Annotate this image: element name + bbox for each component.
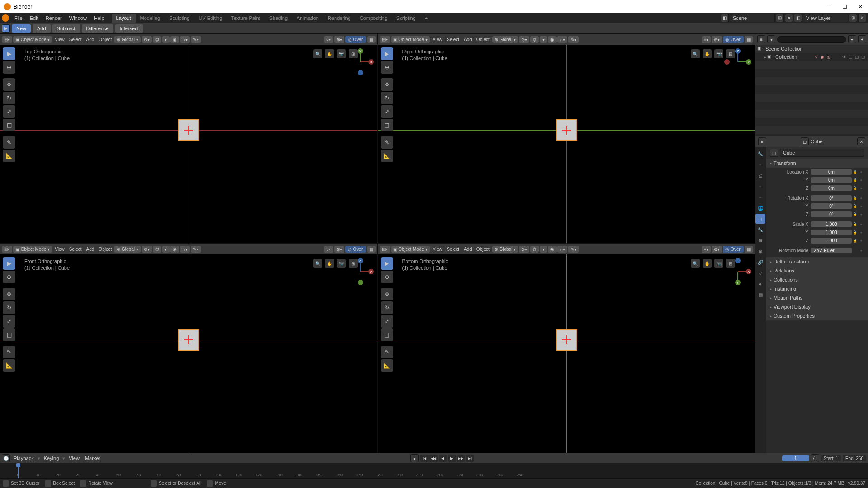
editor-type-icon[interactable]: ⊞▾ (380, 36, 390, 43)
keyframe-dot[interactable]: ● (858, 196, 864, 200)
minimize-button[interactable]: ─ (826, 2, 833, 12)
editor-type-icon[interactable]: ⊞▾ (380, 246, 390, 253)
tool-select-box[interactable]: ▶ (3, 257, 15, 270)
snap-dropdown[interactable]: ▾ (162, 246, 170, 253)
disable-icon[interactable]: ▢ (847, 54, 854, 60)
menu-view[interactable]: View (431, 246, 444, 253)
nav-pan[interactable]: ✋ (703, 49, 712, 58)
nav-camera[interactable]: 📷 (337, 49, 346, 58)
nav-camera[interactable]: 📷 (714, 49, 723, 58)
snap-toggle[interactable]: ⏣ (153, 36, 161, 43)
lock-icon[interactable]: 🔒 (852, 239, 858, 243)
ptab-physics[interactable]: ◉ (755, 246, 765, 256)
render-icon[interactable]: ▢ (854, 54, 860, 60)
tab-modeling[interactable]: Modeling (136, 14, 165, 23)
menu-render[interactable]: Render (42, 14, 66, 22)
menu-playback[interactable]: Playback (12, 455, 36, 462)
lock-icon[interactable]: 🔒 (852, 230, 858, 235)
scale-y[interactable]: 1.000 (811, 230, 852, 235)
location-x[interactable]: 0m (811, 169, 852, 175)
nav-gizmo[interactable]: YZ (724, 48, 751, 75)
scene-new[interactable]: ⊞ (776, 14, 784, 22)
tool-scale[interactable]: ⤢ (381, 315, 393, 328)
nav-zoom[interactable]: 🔍 (313, 259, 322, 268)
menu-select[interactable]: Select (445, 36, 461, 43)
nav-pan[interactable]: ✋ (325, 49, 334, 58)
lock-icon[interactable]: 🔒 (852, 204, 858, 208)
start-frame[interactable]: 1 (835, 456, 838, 461)
menu-view[interactable]: View (53, 36, 66, 43)
outliner-type-icon[interactable]: ≡ (757, 35, 765, 43)
menu-select[interactable]: Select (67, 36, 84, 43)
ptab-particles[interactable]: ❋ (755, 235, 765, 245)
snap-toggle[interactable]: ⏣ (153, 246, 161, 253)
gizmo-toggle[interactable]: ⊕▾ (334, 36, 344, 43)
tool-measure[interactable]: 📐 (3, 359, 15, 372)
nav-gizmo[interactable]: XY (347, 48, 374, 75)
close-button[interactable]: ✕ (856, 2, 864, 12)
tool-cursor[interactable]: ⊕ (3, 61, 15, 74)
scene-delete[interactable]: ✕ (785, 14, 793, 22)
tool-scale[interactable]: ⤢ (3, 105, 15, 118)
tool-cursor[interactable]: ⊕ (381, 271, 393, 283)
menu-keying[interactable]: Keying (42, 455, 61, 462)
proportional-dropdown[interactable]: ∩▾ (180, 36, 190, 43)
tool-measure[interactable]: 📐 (381, 150, 393, 162)
keyframe-dot[interactable]: ● (858, 239, 864, 243)
pivot-dropdown[interactable]: ⊙▾ (519, 246, 529, 253)
menu-add[interactable]: Add (85, 246, 96, 253)
snap-toggle[interactable]: ⏣ (530, 246, 539, 253)
panel-delta-transform[interactable]: Delta Transform (766, 257, 868, 266)
bool-new[interactable]: New (12, 24, 31, 33)
tool-rotate[interactable]: ↻ (381, 301, 393, 314)
ptab-object[interactable]: ◻ (755, 214, 765, 224)
xray-toggle[interactable]: ▦ (745, 246, 753, 253)
object-visibility[interactable]: ▿▾ (702, 246, 711, 253)
ptab-world[interactable]: 🌐 (755, 203, 765, 213)
outliner-row-scene-collection[interactable]: ▣ Scene Collection (755, 45, 868, 53)
tab-layout[interactable]: Layout (112, 14, 136, 23)
ptab-constraints[interactable]: 🔗 (755, 257, 765, 267)
pivot-dropdown[interactable]: ⊙▾ (142, 246, 152, 253)
menu-object[interactable]: Object (475, 36, 491, 43)
object-visibility[interactable]: ▿▾ (324, 246, 333, 253)
tool-scale[interactable]: ⤢ (381, 105, 393, 118)
tool-move[interactable]: ✥ (381, 78, 393, 91)
outliner-row-collection[interactable]: ▸ ▣ Collection ▽ ◉ ◎ 👁 ▢ ▢ ▢ (755, 53, 868, 61)
tool-cursor[interactable]: ⊕ (3, 271, 15, 283)
object-name-field[interactable]: Cube (780, 149, 864, 157)
viewlayer-icon[interactable]: ◧ (794, 14, 802, 22)
menu-select[interactable]: Select (445, 246, 461, 253)
tab-rendering[interactable]: Rendering (323, 14, 355, 23)
blender-icon[interactable] (2, 14, 9, 22)
nav-gizmo[interactable]: XZ (347, 258, 374, 285)
lock-icon[interactable]: 🔒 (852, 212, 858, 216)
panel-custom-properties[interactable]: Custom Properties (766, 311, 868, 320)
panel-relations[interactable]: Relations (766, 266, 868, 275)
scene-icon[interactable]: ◧ (721, 14, 729, 22)
tool-select-box[interactable]: ▶ (3, 47, 15, 60)
menu-object[interactable]: Object (97, 246, 113, 253)
location-z[interactable]: 0m (811, 185, 852, 191)
snap-dropdown[interactable]: ▾ (540, 36, 547, 43)
rotation-z[interactable]: 0° (811, 211, 852, 217)
ptab-modifiers[interactable]: 🔧 (755, 225, 765, 235)
proportional-toggle[interactable]: ◉ (170, 246, 179, 253)
object-cube[interactable] (556, 329, 577, 351)
menu-edit[interactable]: Edit (26, 14, 42, 22)
menu-view[interactable]: View (53, 246, 66, 253)
ptab-output[interactable]: 🖨 (755, 170, 765, 180)
mode-dropdown[interactable]: ▣ Object Mode ▾ (13, 246, 52, 253)
tool-move[interactable]: ✥ (3, 288, 15, 300)
proportional-dropdown[interactable]: ∩▾ (180, 246, 190, 253)
tab-texture-paint[interactable]: Texture Paint (226, 14, 264, 23)
rotation-mode-dropdown[interactable]: XYZ Euler (811, 248, 852, 253)
viewlayer-new[interactable]: ⊞ (849, 14, 857, 22)
play-button[interactable]: ▶ (448, 455, 456, 462)
tool-measure[interactable]: 📐 (3, 150, 15, 162)
tab-sculpting[interactable]: Sculpting (165, 14, 194, 23)
rotation-x[interactable]: 0° (811, 195, 852, 201)
outliner-display-mode[interactable]: ▾ (767, 35, 775, 43)
ptab-scene[interactable]: ▫ (755, 192, 765, 202)
outliner-search[interactable] (777, 36, 846, 43)
